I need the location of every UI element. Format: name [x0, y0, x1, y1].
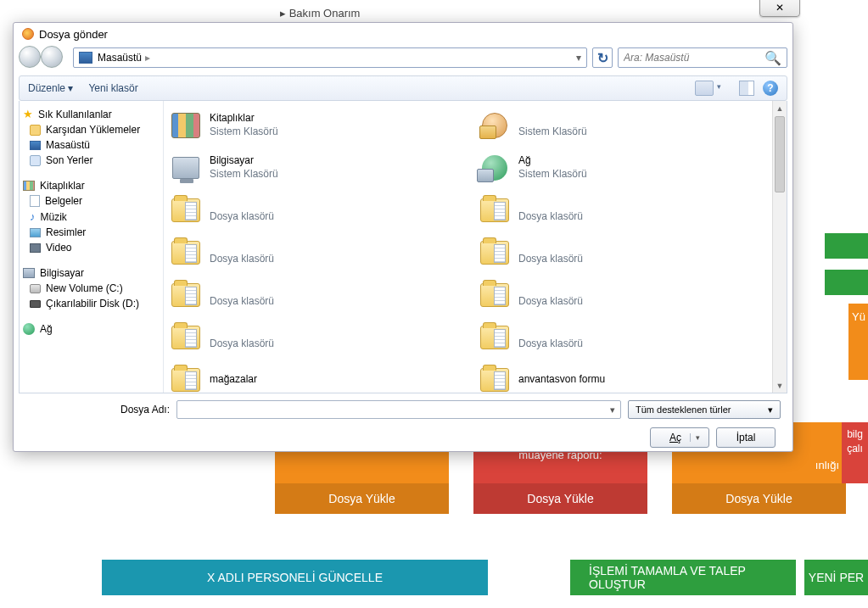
- tree-network-label: Ağ: [40, 323, 53, 335]
- item-folder-5[interactable]: Dosya klasörü: [169, 276, 478, 315]
- tree-desktop-label: Masaüstü: [46, 139, 90, 151]
- folder-icon: [171, 326, 200, 349]
- tree-downloads[interactable]: Karşıdan Yüklemeler: [23, 122, 160, 137]
- desktop-icon: [79, 52, 92, 64]
- refresh-button[interactable]: ↻: [592, 47, 613, 68]
- tree-pictures-label: Resimler: [46, 226, 86, 238]
- open-button[interactable]: Aç▾: [650, 427, 709, 448]
- item-folder-6[interactable]: Dosya klasörü: [478, 276, 787, 315]
- upload-card-2-button[interactable]: Dosya Yükle: [473, 483, 647, 514]
- dialog-close-button[interactable]: ✕: [759, 0, 800, 17]
- tree-favorites-label: Sık Kullanılanlar: [38, 109, 112, 120]
- item-folder-7-label: [210, 324, 274, 337]
- item-folder-8[interactable]: Dosya klasörü: [478, 318, 787, 357]
- nav-back-button[interactable]: [19, 46, 41, 68]
- address-dropdown-icon[interactable]: ▾: [576, 52, 581, 64]
- search-icon[interactable]: 🔍: [764, 50, 781, 66]
- cancel-button[interactable]: İptal: [716, 427, 776, 448]
- item-folder-4[interactable]: Dosya klasörü: [478, 233, 787, 272]
- dialog-body: ★Sık Kullanılanlar Karşıdan Yüklemeler M…: [19, 101, 787, 393]
- item-libraries-type: Sistem Klasörü: [210, 126, 278, 139]
- item-folder-4-type: Dosya klasörü: [518, 253, 583, 266]
- libraries-icon: [23, 181, 35, 191]
- item-folder-7-type: Dosya klasörü: [210, 337, 274, 351]
- nav-history-buttons: [19, 46, 68, 70]
- update-personnel-button[interactable]: X ADLI PERSONELİ GÜNCELLE: [102, 560, 488, 595]
- organize-menu[interactable]: Düzenle ▾: [28, 82, 73, 94]
- item-folder-3[interactable]: Dosya klasörü: [169, 233, 478, 272]
- drive-icon: [30, 284, 41, 293]
- item-folder-2[interactable]: Dosya klasörü: [478, 191, 787, 230]
- item-folder-6-type: Dosya klasörü: [518, 295, 583, 309]
- item-libraries[interactable]: KitaplıklarSistem Klasörü: [169, 106, 478, 145]
- tree-drive-c[interactable]: New Volume (C:): [23, 281, 160, 296]
- item-folder-2-type: Dosya klasörü: [518, 210, 583, 224]
- view-options-button[interactable]: [695, 81, 714, 96]
- tree-documents[interactable]: Belgeler: [23, 193, 160, 209]
- refresh-icon: ↻: [597, 50, 608, 66]
- tree-favorites[interactable]: ★Sık Kullanılanlar: [23, 106, 160, 122]
- tree-libraries[interactable]: Kitaplıklar: [23, 178, 160, 193]
- item-folder-9-label: mağazalar: [210, 373, 257, 387]
- tree-pictures[interactable]: Resimler: [23, 225, 160, 240]
- chevron-down-icon: ▾: [610, 404, 615, 416]
- search-box[interactable]: 🔍: [618, 47, 787, 68]
- search-input[interactable]: [624, 52, 764, 64]
- address-arrow-icon: ▸: [145, 52, 150, 64]
- recent-icon: [30, 155, 41, 166]
- item-computer[interactable]: BilgisayarSistem Klasörü: [169, 148, 478, 187]
- nav-forward-button[interactable]: [41, 46, 63, 68]
- folder-icon: [171, 368, 200, 392]
- dialog-footer: Dosya Adı: ▾ Tüm desteklenen türler▾ Aç▾…: [14, 393, 792, 456]
- file-list: KitaplıklarSistem Klasörü Sistem Klasörü…: [164, 101, 787, 393]
- item-user[interactable]: Sistem Klasörü: [478, 106, 787, 145]
- dialog-titlebar: Dosya gönder: [14, 23, 792, 45]
- dialog-nav-row: Masaüstü ▸ ▾ ↻ 🔍: [19, 45, 787, 70]
- upload-card-3-button[interactable]: Dosya Yükle: [672, 483, 846, 514]
- folder-icon: [171, 241, 200, 265]
- address-bar[interactable]: Masaüstü ▸ ▾: [73, 47, 587, 68]
- item-network-type: Sistem Klasörü: [518, 168, 587, 181]
- item-folder-10-label: anvantasvon formu: [518, 373, 605, 387]
- tree-recent[interactable]: Son Yerler: [23, 153, 160, 168]
- scroll-up-arrow-icon[interactable]: ▲: [773, 101, 787, 115]
- network-icon: [23, 323, 35, 335]
- tree-drive-d[interactable]: Çıkarılabilir Disk (D:): [23, 296, 160, 311]
- page-breadcrumb: ▸ Bakım Onarım: [280, 7, 360, 20]
- new-personnel-button[interactable]: YENİ PER: [804, 560, 868, 595]
- tree-video[interactable]: Video: [23, 240, 160, 255]
- open-split-arrow-icon[interactable]: ▾: [690, 433, 700, 442]
- filename-input[interactable]: ▾: [176, 400, 621, 419]
- file-type-filter[interactable]: Tüm desteklenen türler▾: [628, 400, 781, 419]
- tree-network[interactable]: Ağ: [23, 321, 160, 337]
- item-network[interactable]: AğSistem Klasörü: [478, 148, 787, 187]
- item-folder-3-label: [210, 239, 274, 253]
- item-folder-3-type: Dosya klasörü: [210, 253, 274, 266]
- item-folder-1[interactable]: Dosya klasörü: [169, 191, 478, 230]
- tree-desktop[interactable]: Masaüstü: [23, 137, 160, 153]
- tree-music[interactable]: ♪Müzik: [23, 209, 160, 225]
- item-folder-10[interactable]: anvantasvon formu: [478, 360, 787, 393]
- tree-computer[interactable]: Bilgisayar: [23, 265, 160, 281]
- side-orange-card: Yü: [848, 304, 868, 380]
- item-folder-9[interactable]: mağazalar: [169, 360, 478, 393]
- document-icon: [30, 195, 40, 207]
- item-folder-7[interactable]: Dosya klasörü: [169, 318, 478, 357]
- upload-card-1-button[interactable]: Dosya Yükle: [275, 483, 449, 514]
- tree-computer-label: Bilgisayar: [40, 267, 84, 279]
- video-icon: [30, 243, 41, 253]
- submit-request-button[interactable]: İŞLEMİ TAMAMLA VE TALEP OLUŞTUR: [570, 560, 796, 595]
- vertical-scrollbar[interactable]: ▲ ▼: [772, 101, 787, 393]
- scroll-thumb[interactable]: [775, 116, 785, 192]
- help-button[interactable]: ?: [763, 81, 778, 96]
- item-folder-1-label: [210, 197, 274, 210]
- new-folder-button[interactable]: Yeni klasör: [88, 82, 137, 94]
- side-green-bar-2: [825, 270, 868, 295]
- item-computer-type: Sistem Klasörü: [210, 168, 278, 181]
- breadcrumb-label: Bakım Onarım: [289, 7, 361, 20]
- star-icon: ★: [23, 108, 33, 120]
- scroll-down-arrow-icon[interactable]: ▼: [773, 378, 787, 393]
- tree-video-label: Video: [46, 242, 71, 254]
- preview-pane-button[interactable]: [739, 81, 754, 96]
- pictures-icon: [30, 228, 41, 237]
